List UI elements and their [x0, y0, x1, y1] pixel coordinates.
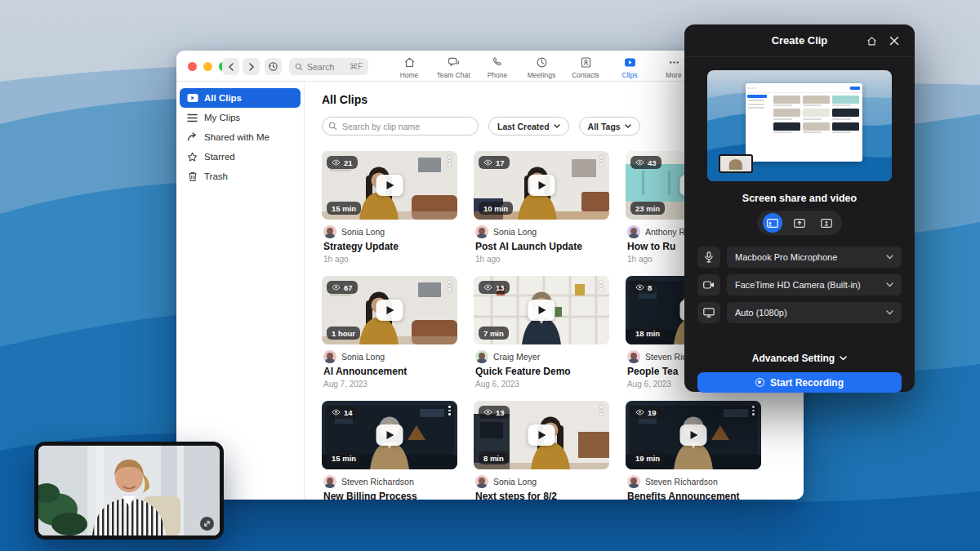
advanced-setting-toggle[interactable]: Advanced Setting	[684, 353, 915, 364]
views-badge: 21	[327, 156, 358, 169]
sidebar-item-starred[interactable]: Starred	[180, 147, 301, 167]
clip-meta: Sonia Long Post AI Launch Update 1h ago	[474, 220, 609, 264]
clip-menu-button[interactable]	[751, 404, 756, 417]
webcam-preview	[34, 442, 224, 540]
clip-date: 1h ago	[475, 255, 608, 264]
close-window-button[interactable]	[188, 62, 197, 71]
share-arrow-icon	[186, 131, 198, 144]
clip-menu-button[interactable]	[447, 404, 452, 417]
recording-mode-caption: Screen share and video	[684, 193, 915, 204]
sidebar-item-my-clips[interactable]: My Clips	[180, 108, 301, 127]
views-badge: 17	[479, 156, 510, 169]
play-button[interactable]	[376, 300, 403, 321]
clip-thumbnail[interactable]: 13 7 min	[474, 276, 609, 344]
microphone-select[interactable]: Macbook Pro Microphone	[727, 247, 902, 268]
clip-menu-button[interactable]	[447, 279, 452, 292]
minimize-window-button[interactable]	[203, 62, 212, 71]
eye-icon	[483, 159, 492, 166]
sidebar-item-shared-with-me[interactable]: Shared with Me	[180, 127, 301, 147]
play-button[interactable]	[376, 175, 403, 196]
list-icon	[186, 112, 198, 124]
top-navigation: Home Team Chat Phone Meetings Contacts	[387, 53, 696, 79]
tab-contacts[interactable]: Contacts	[564, 53, 608, 79]
history-icon[interactable]	[265, 58, 282, 75]
clip-thumbnail[interactable]: 13 8 min	[474, 401, 609, 469]
global-search-field[interactable]: Search ⌘F	[289, 58, 368, 75]
eye-icon	[483, 284, 492, 291]
chevron-down-icon	[625, 124, 631, 128]
clip-title[interactable]: AI Announcement	[323, 366, 456, 377]
clip-title[interactable]: Strategy Update	[323, 241, 456, 252]
play-button[interactable]	[528, 175, 555, 196]
clip-search-input[interactable]	[322, 117, 479, 136]
play-button[interactable]	[528, 424, 555, 446]
sort-dropdown[interactable]: Last Created	[488, 117, 569, 136]
clip-menu-button[interactable]	[599, 404, 604, 417]
recording-mode-toggle	[757, 211, 842, 235]
clip-meta: Sonia Long AI Announcement Aug 7, 2023	[322, 344, 457, 389]
chevron-down-icon	[886, 310, 893, 315]
play-button[interactable]	[528, 300, 555, 321]
chevron-down-icon	[554, 124, 560, 128]
duration-badge: 7 min	[479, 327, 509, 340]
clip-title[interactable]: Quick Feature Demo	[475, 366, 608, 377]
chevron-down-icon	[886, 282, 893, 287]
mini-webcam-preview	[719, 154, 754, 173]
duration-badge-label: 23 min	[635, 204, 660, 213]
clip-title[interactable]: Benefits Announcement	[627, 491, 760, 500]
clip-title[interactable]: Next steps for 8/2	[475, 491, 608, 500]
tab-team-chat[interactable]: Team Chat	[431, 53, 475, 79]
clip-menu-button[interactable]	[599, 154, 604, 167]
clip-author-avatar	[323, 475, 336, 488]
clip-thumbnail[interactable]: 17 10 min	[474, 151, 609, 220]
clip-card: 21 15 min Sonia Long Strategy Update 1h …	[322, 151, 457, 264]
views-count: 13	[496, 283, 505, 292]
mode-camera-only-button[interactable]	[817, 213, 836, 233]
tags-dropdown[interactable]: All Tags	[579, 117, 640, 136]
record-icon	[755, 378, 764, 387]
mode-screen-and-video-button[interactable]	[763, 213, 782, 233]
panel-close-button[interactable]	[887, 33, 902, 48]
tab-meetings[interactable]: Meetings	[519, 53, 564, 79]
views-badge: 13	[479, 406, 510, 419]
views-count: 17	[496, 158, 505, 167]
clip-thumbnail[interactable]: 67 1 hour	[322, 276, 457, 344]
duration-badge-label: 18 min	[635, 329, 660, 338]
play-button[interactable]	[680, 424, 707, 446]
views-badge: 67	[327, 281, 358, 294]
clip-thumbnail[interactable]: 19 19 min	[626, 401, 761, 469]
tab-clips[interactable]: Clips	[608, 53, 652, 79]
sidebar-item-trash[interactable]: Trash	[180, 167, 301, 186]
quality-select[interactable]: Auto (1080p)	[727, 302, 902, 323]
resize-icon	[203, 520, 211, 527]
play-button[interactable]	[376, 424, 403, 446]
start-recording-button[interactable]: Start Recording	[697, 372, 902, 393]
home-icon	[866, 35, 878, 47]
mode-screen-share-button[interactable]	[790, 213, 809, 233]
eye-icon	[483, 409, 492, 415]
sidebar-item-all-clips[interactable]: All Clips	[180, 88, 301, 108]
clip-title[interactable]: New Billing Process	[323, 491, 456, 500]
camera-select[interactable]: FaceTime HD Camera (Built-in)	[727, 274, 902, 295]
clip-title[interactable]: Post AI Launch Update	[475, 241, 608, 252]
screen-and-video-icon	[767, 219, 778, 228]
tab-phone[interactable]: Phone	[475, 53, 519, 79]
webcam-video	[38, 446, 220, 535]
create-clip-header: Create Clip	[684, 24, 915, 57]
forward-button[interactable]	[243, 58, 260, 75]
clips-icon	[623, 56, 637, 69]
clip-menu-button[interactable]	[599, 279, 604, 292]
back-button[interactable]	[222, 58, 239, 75]
duration-badge: 18 min	[630, 327, 665, 340]
panel-home-button[interactable]	[864, 33, 879, 48]
tab-home[interactable]: Home	[387, 53, 431, 79]
clip-menu-button[interactable]	[447, 154, 452, 167]
clip-thumbnail[interactable]: 21 15 min	[322, 151, 457, 220]
clip-author-name: Steven Richardson	[341, 477, 414, 487]
desktop: { "colors": { "accent": "#1b6ef3", "side…	[0, 0, 980, 551]
chevron-down-icon	[886, 255, 893, 260]
webcam-resize-button[interactable]	[200, 517, 214, 531]
camera-only-icon	[821, 219, 832, 228]
search-icon	[295, 63, 303, 71]
clip-thumbnail[interactable]: 14 15 min	[322, 401, 457, 469]
